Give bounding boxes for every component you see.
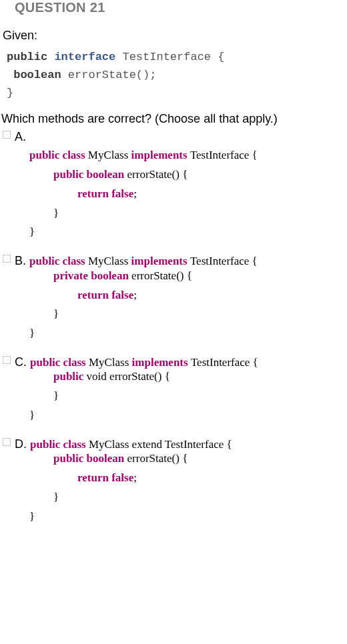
code-block-a: public class MyClass implements TestInte… (29, 146, 347, 242)
option-letter-b: B. (15, 254, 29, 267)
brace: } (53, 389, 59, 402)
kw-public: public (7, 51, 54, 63)
kw: public class (29, 149, 88, 161)
checkbox-c[interactable] (3, 356, 11, 364)
checkbox-b[interactable] (3, 255, 11, 263)
brace: } (29, 327, 35, 339)
checkbox-a[interactable] (3, 131, 11, 139)
id: MyClass extend TestInterface { (89, 438, 232, 451)
kw-boolean: boolean (13, 69, 68, 81)
kw: public boolean (53, 168, 127, 181)
kw: return false (77, 187, 133, 200)
given-label: Given: (3, 29, 347, 43)
option-letter-c: C. (15, 355, 30, 369)
id: MyClass (89, 356, 132, 369)
kw: public boolean (53, 452, 127, 465)
id: MyClass (88, 149, 131, 161)
kw: implements (132, 356, 191, 369)
id: TestInterface { (190, 255, 258, 267)
kw-interface: interface (54, 51, 122, 63)
close-brace: } (7, 87, 13, 99)
question-prompt: Which methods are correct? (Choose all t… (1, 112, 347, 126)
option-a: A. public class MyClass implements TestI… (3, 129, 347, 243)
brace: } (53, 207, 59, 219)
method-decl: errorState(); (68, 69, 157, 81)
option-letter-a: A. (15, 130, 26, 143)
interface-name: TestInterface { (122, 51, 224, 63)
semi: ; (133, 289, 137, 301)
option-letter-d: D. (15, 437, 30, 451)
semi: ; (133, 187, 137, 200)
code-block-b: private boolean errorState() { return fa… (29, 267, 347, 344)
brace: } (53, 307, 59, 320)
id: void errorState() { (87, 370, 170, 383)
kw: private boolean (53, 269, 131, 282)
kw: public (53, 370, 87, 383)
brace: } (29, 409, 35, 421)
code-block-c: public void errorState() { } } (29, 367, 347, 425)
option-d: D. public class MyClass extend TestInter… (3, 436, 347, 527)
id: TestInterface { (190, 149, 258, 161)
kw: public class (29, 255, 88, 267)
given-code-block: public interface TestInterface { boolean… (7, 48, 347, 103)
kw: return false (77, 471, 133, 484)
kw: return false (77, 289, 133, 301)
option-b: B. public class MyClass implements TestI… (3, 253, 347, 343)
answer-options: A. public class MyClass implements TestI… (3, 129, 347, 527)
question-header: QUESTION 21 (0, 0, 347, 15)
kw: implements (131, 255, 190, 267)
brace: } (29, 510, 35, 523)
id: MyClass (88, 255, 131, 267)
kw: public class (30, 438, 89, 451)
semi: ; (133, 471, 137, 484)
id: errorState() { (127, 168, 188, 181)
brace: } (53, 491, 59, 503)
id: errorState() { (131, 269, 192, 282)
kw: implements (131, 149, 190, 161)
code-block-d: public boolean errorState() { return fal… (29, 449, 347, 527)
kw: public class (30, 356, 89, 369)
brace: } (29, 225, 35, 238)
id: TestInterface { (191, 356, 258, 369)
id: errorState() { (127, 452, 188, 465)
option-c: C. public class MyClass implements TestI… (3, 354, 347, 425)
checkbox-d[interactable] (3, 438, 11, 446)
